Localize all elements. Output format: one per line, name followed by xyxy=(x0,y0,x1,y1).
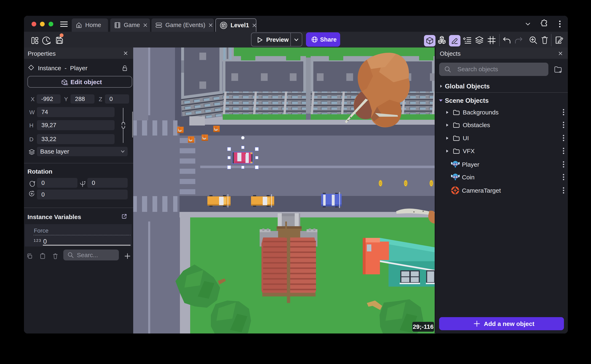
svg-text:3D: 3D xyxy=(65,83,68,85)
svg-text:29;-116: 29;-116 xyxy=(413,323,434,330)
